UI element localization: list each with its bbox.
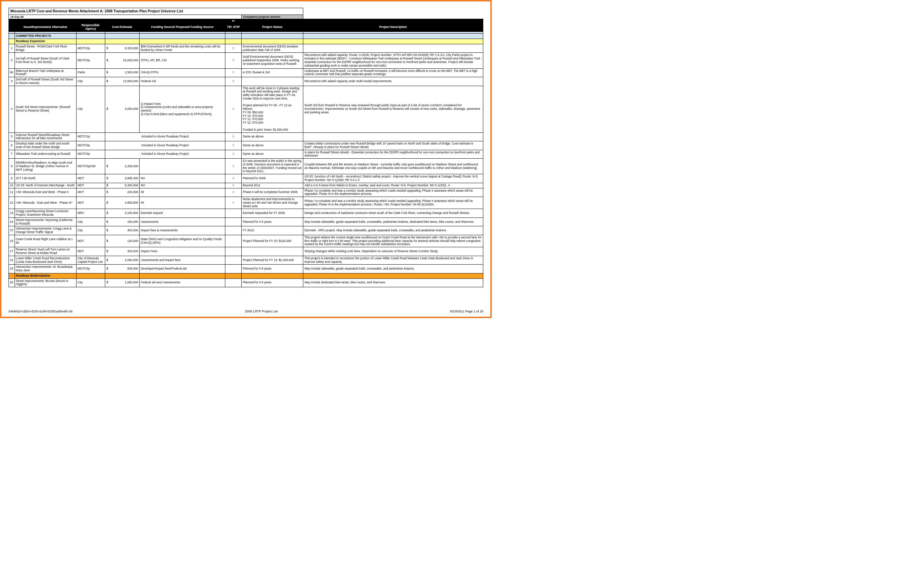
- row-agency: MDT: [76, 247, 105, 256]
- col-desc: Project Description: [303, 22, 483, 32]
- row-agency: MDT/City: [76, 44, 105, 53]
- row-number: 80: [9, 68, 15, 77]
- row-cost: $3,000,000: [105, 86, 139, 133]
- row-issue: Lower Miller Creek Road Reconstruction (…: [14, 256, 76, 264]
- row-issue: Reserve Street: Dual Left Turn Lanes on …: [14, 247, 76, 256]
- row-agency: MDT: [76, 235, 105, 247]
- row-issue: Street Improvements: Wyoming (California…: [14, 218, 76, 226]
- row-number: 15: [9, 235, 15, 247]
- row-status: FY 2010: [241, 226, 303, 235]
- row-agency: MRA: [76, 209, 105, 218]
- row-funding: State (50%) and Congestion Mitigation an…: [139, 235, 225, 247]
- col-tip: TIP, STIP: [225, 22, 242, 32]
- row-issue: 5th/6th/Arthur/Madison: re-align south e…: [14, 159, 76, 174]
- row-agency: MDT/City: [76, 53, 105, 68]
- row-agency: City of Missoula Capital Project List: [76, 256, 105, 264]
- row-agency: MDT: [76, 188, 105, 197]
- row-desc: Reconstruct with added capacity ande mul…: [303, 77, 483, 86]
- row-status: Project Planned for FY 10: $120,000: [241, 235, 303, 247]
- row-agency: City: [76, 218, 105, 226]
- row-tip: [225, 264, 242, 274]
- row-cost: $120,000: [105, 235, 139, 247]
- row-number: 6: [9, 141, 15, 150]
- row-cost: $8,315,000: [105, 44, 139, 53]
- row-agency: MDT/City/UM: [76, 159, 105, 174]
- row-number: 10: [9, 183, 15, 188]
- row-cost: $400,000: [105, 226, 139, 235]
- row-cost: $8,340,000: [105, 183, 139, 188]
- col-status: Project Status: [241, 22, 303, 32]
- row-cost: $150,000: [105, 218, 139, 226]
- table-row: 6Develop trails under the north and sout…: [9, 141, 483, 150]
- col-agency: Responsible Agency: [76, 22, 105, 32]
- row-desc: Couplet between 5th and 6th streets on M…: [303, 159, 483, 174]
- row-tip: [225, 218, 242, 226]
- row-tip: X: [225, 183, 242, 188]
- row-tip: X: [225, 159, 242, 174]
- table-row: 25Street Improvements: Brooks (Mount to …: [9, 279, 483, 287]
- table-row: 4South 3rd Street Improvements- (Russell…: [9, 86, 483, 133]
- row-tip: [225, 235, 242, 247]
- page-frame: Missoula LRTP Cost and Revenue Memo Atta…: [0, 0, 492, 318]
- row-funding: CMAQ-STPU: [139, 68, 225, 77]
- row-funding: Impact Fees: [139, 247, 225, 256]
- row-status: Planned for 0-5 years: [241, 218, 303, 226]
- row-tip: X: [225, 197, 242, 209]
- row-agency: MDT: [76, 183, 105, 188]
- row-funding: IM: [139, 197, 225, 209]
- row-status: Planned for 0-5 years: [241, 264, 303, 274]
- row-number: 23: [9, 264, 15, 274]
- row-desc: Earmark - MRA project. May include sidew…: [303, 226, 483, 235]
- table-row: 12I-90: Missoula - East and West - Phase…: [9, 197, 483, 209]
- row-number: 2: [9, 53, 15, 68]
- row-desc: Phase I is complete and was a corridor s…: [303, 197, 483, 209]
- row-funding: Impact fees & Assessments: [139, 226, 225, 235]
- table-row: 13Cregg Lane/Wyoming Street Connector Pr…: [9, 209, 483, 218]
- row-number: 7: [9, 150, 15, 159]
- row-issue: Cregg Lane/Wyoming Street Connector Proj…: [14, 209, 76, 218]
- row-status: [241, 77, 303, 86]
- row-agency: City: [76, 279, 105, 287]
- row-funding: Assessments and impact fees: [139, 256, 225, 264]
- row-issue: Develop trails under the north and south…: [14, 141, 76, 150]
- row-cost: $500,000: [105, 264, 139, 274]
- row-status: Earmark requested for FY 2009: [241, 209, 303, 218]
- table-row: 23Intersection Improvements: W. Broadway…: [9, 264, 483, 274]
- row-agency: MDT: [76, 197, 105, 209]
- row-status: Environmental document (DEIS) tentative …: [241, 44, 303, 53]
- row-issue: Milwaukee Trail undercrossing at Russell: [14, 150, 76, 159]
- row-status: in EIS; Russel & 3rd: [241, 68, 303, 77]
- footer-right: 8/10/2011 Page 1 of 18: [450, 309, 483, 313]
- report-date: 18-Sep-08: [9, 14, 242, 19]
- table-row: 24Street Improvements: Wyoming (Californ…: [9, 218, 483, 226]
- row-cost: $2,000,000: [105, 256, 139, 264]
- table-row: 80Bitterroot Branch Trail Underpass at R…: [9, 68, 483, 77]
- row-agency: City: [76, 226, 105, 235]
- row-cost: $240,306: [105, 188, 139, 197]
- row-cost: $2,695,400: [105, 174, 139, 183]
- row-status: Same as above: [241, 141, 303, 150]
- row-status: Planned for 0-5 years: [241, 279, 303, 287]
- row-desc: Creates better connections under new Rus…: [303, 141, 483, 150]
- table-row: 37Intersection Improvements: Cregg Lane …: [9, 226, 483, 235]
- col-issue: Issue/Improvement Alternative: [14, 22, 76, 32]
- row-merged-funding: Included in Above Roadway Project: [105, 141, 225, 150]
- row-cost: $16,000,000: [105, 53, 139, 68]
- row-tip: [225, 209, 242, 218]
- row-number: 5: [9, 133, 15, 141]
- row-tip: [225, 279, 242, 287]
- table-row: 11I-90: Missoula East and West - Phase I…: [9, 188, 483, 197]
- row-status: Same as above: [241, 150, 303, 159]
- row-cost: $2,200,000: [105, 159, 139, 174]
- row-issue: Grant Creek Road Right Lane Addition at …: [14, 235, 76, 247]
- row-funding: Federal aid and Assessments: [139, 279, 225, 287]
- section-expansion: Roadway Expansion: [9, 39, 483, 44]
- table-row: 10US 93: North of Desmet Interchange - N…: [9, 183, 483, 188]
- row-cost: $400,000: [105, 247, 139, 256]
- section-modernization: Roadway Modernization: [9, 273, 483, 279]
- row-status: Planned for 2009: [241, 174, 303, 183]
- row-funding: Assessments: [139, 218, 225, 226]
- section-expansion-label: Roadway Expansion: [14, 39, 76, 44]
- row-status: Phase II will be completed Summer 2008.: [241, 188, 303, 197]
- row-tip: X: [225, 44, 242, 53]
